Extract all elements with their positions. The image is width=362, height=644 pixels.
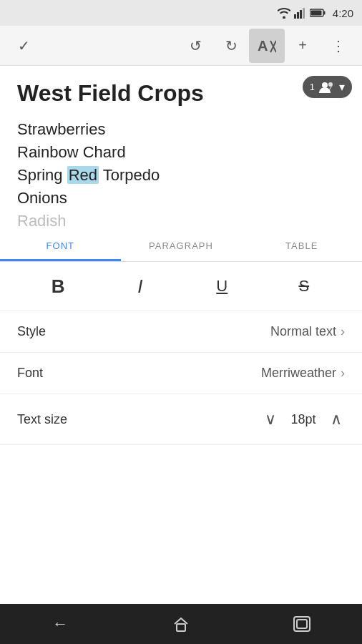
home-icon	[172, 615, 190, 633]
text-format-button[interactable]: A	[249, 29, 285, 63]
status-icons	[277, 7, 326, 19]
svg-text:A: A	[258, 38, 268, 54]
style-label: Style	[17, 324, 46, 339]
content-after-highlight: Torpedo	[99, 166, 160, 184]
text-size-decrease-button[interactable]: ∨	[262, 407, 279, 431]
svg-rect-14	[297, 620, 307, 628]
svg-rect-5	[323, 11, 325, 15]
content-line-3: Spring Red Torpedo	[17, 164, 345, 187]
toolbar: ✓ ↺ ↻ A + ⋮	[0, 26, 362, 66]
italic-button[interactable]: I	[124, 270, 156, 302]
font-value: Merriweather	[261, 366, 336, 381]
svg-point-10	[322, 82, 328, 88]
add-button[interactable]: +	[285, 29, 321, 63]
font-chevron: ›	[341, 366, 345, 381]
document-content: Strawberries Rainbow Chard Spring Red To…	[17, 118, 345, 230]
text-size-row: Text size ∨ 18pt ∧	[0, 394, 362, 445]
svg-rect-1	[297, 12, 299, 19]
nav-recents-button[interactable]	[280, 607, 323, 641]
nav-back-button[interactable]: ←	[39, 607, 82, 641]
strikethrough-button[interactable]: S	[288, 270, 320, 302]
svg-point-11	[328, 82, 333, 87]
style-value: Normal text	[270, 324, 336, 339]
text-size-label: Text size	[17, 412, 67, 427]
style-row[interactable]: Style Normal text ›	[0, 311, 362, 353]
text-size-value: 18pt	[288, 412, 319, 427]
document-area: West Field Crops Strawberries Rainbow Ch…	[0, 66, 362, 230]
text-style-row: B I U S	[0, 262, 362, 311]
collaborator-count: 1	[310, 82, 315, 92]
undo-button[interactable]: ↺	[177, 29, 213, 63]
tab-paragraph[interactable]: PARAGRAPH	[121, 230, 242, 261]
redo-button[interactable]: ↻	[213, 29, 249, 63]
recents-icon	[293, 616, 310, 632]
font-label: Font	[17, 366, 43, 381]
collaborator-badge[interactable]: 1 ▾	[303, 76, 352, 98]
format-options: B I U S Style Normal text › Font Merriwe…	[0, 262, 362, 445]
tab-font[interactable]: FONT	[0, 230, 121, 261]
collaborator-chevron: ▾	[339, 80, 345, 94]
svg-rect-3	[303, 8, 305, 19]
content-before-highlight: Spring	[17, 166, 67, 184]
content-highlight: Red	[67, 166, 99, 184]
bold-button[interactable]: B	[42, 270, 74, 302]
wifi-icon	[277, 7, 291, 19]
content-line-5: Radish	[17, 210, 345, 230]
nav-home-button[interactable]	[160, 607, 202, 641]
status-bar: 4:20	[0, 0, 362, 26]
battery-icon	[310, 8, 326, 18]
style-chevron: ›	[341, 324, 345, 339]
text-size-controls: ∨ 18pt ∧	[262, 407, 345, 431]
format-tabs: FONT PARAGRAPH TABLE	[0, 230, 362, 262]
tab-table[interactable]: TABLE	[241, 230, 362, 261]
underline-button[interactable]: U	[206, 270, 238, 302]
style-value-container: Normal text ›	[270, 324, 345, 339]
svg-rect-12	[177, 624, 185, 631]
check-button[interactable]: ✓	[6, 29, 41, 63]
svg-rect-2	[300, 10, 302, 19]
svg-rect-0	[294, 14, 296, 19]
document-title: West Field Crops	[17, 80, 345, 107]
font-value-container: Merriweather ›	[261, 366, 345, 381]
more-button[interactable]: ⋮	[321, 29, 356, 63]
nav-bar: ←	[0, 604, 362, 644]
font-row[interactable]: Font Merriweather ›	[0, 353, 362, 394]
status-time: 4:20	[333, 7, 353, 19]
content-line-4: Onions	[17, 187, 345, 210]
text-format-icon: A	[258, 38, 276, 54]
svg-rect-6	[310, 11, 321, 16]
content-line-2: Rainbow Chard	[17, 141, 345, 164]
content-line-1: Strawberries	[17, 118, 345, 141]
signal-icon	[294, 7, 307, 19]
text-size-increase-button[interactable]: ∧	[328, 407, 345, 431]
collaborator-icon	[319, 82, 335, 93]
